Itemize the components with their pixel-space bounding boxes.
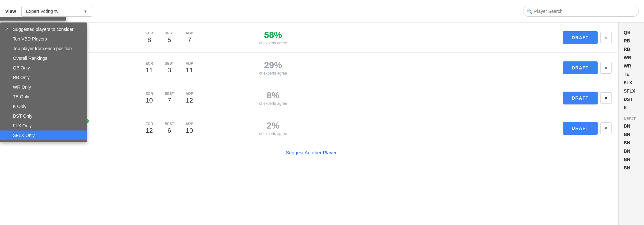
dismiss-button[interactable]: ✕: [600, 62, 612, 74]
stats-group: ECR8BEST5ADP7: [146, 31, 236, 44]
stat-value: 11: [186, 67, 193, 74]
bench-label: Bench: [624, 116, 639, 121]
dropdown-item-label: RB Only: [13, 75, 30, 80]
pct-label: of experts agree: [241, 41, 305, 45]
dropdown-item-label: FLX Only: [13, 123, 32, 128]
stat-item-adp: ADP12: [186, 92, 193, 104]
sidebar-bench-slot[interactable]: BN: [624, 139, 639, 146]
stat-label: BEST: [165, 92, 174, 95]
stat-value: 10: [146, 97, 153, 104]
sidebar-position-flx[interactable]: FLX: [624, 79, 639, 86]
stat-label: ECR: [146, 122, 153, 126]
stat-label: ADP: [186, 31, 193, 35]
pct-value: 58%: [241, 30, 305, 40]
sidebar-bench-slot[interactable]: BN: [624, 156, 639, 163]
stats-group: ECR12BEST6ADP10: [146, 122, 236, 134]
search-input[interactable]: [523, 6, 639, 17]
check-icon: ✓: [5, 27, 10, 32]
stat-item-best: BEST7: [165, 92, 174, 104]
player-row: Player 2📋WR - GB - BYE 11HIGH FLOOR WREC…: [0, 53, 618, 83]
stat-item-best: BEST3: [165, 61, 174, 74]
player-row: Michael Thomas📋⊕WR - NO - BYE 9HIGH FLOO…: [0, 113, 618, 143]
pct-label: of experts agree: [241, 71, 305, 76]
player-row: Player 1📋WR - DAL - BYE 8HIGH FLOOR WREC…: [0, 22, 618, 53]
stat-item-ecr: ECR11: [146, 61, 153, 74]
sidebar-position-k[interactable]: K: [624, 104, 639, 111]
pct-value: 29%: [241, 60, 305, 70]
sidebar-position-rb[interactable]: RB: [624, 46, 639, 53]
sidebar-position-dst[interactable]: DST: [624, 96, 639, 103]
right-sidebar: QBRBRBWRWRTEFLXSFLXDSTKBenchBNBNBNBNBNBN: [618, 22, 644, 225]
sidebar-position-qb[interactable]: QB: [624, 29, 639, 36]
stat-label: ECR: [146, 31, 153, 35]
stat-value: 11: [146, 67, 153, 74]
stat-value: 10: [186, 127, 193, 134]
dropdown-item-label: Overall Rankings: [13, 56, 47, 61]
sidebar-bench-slot[interactable]: BN: [624, 122, 639, 130]
main-content: Player 1📋WR - DAL - BYE 8HIGH FLOOR WREC…: [0, 22, 644, 225]
search-wrapper: 🔍: [523, 6, 639, 17]
action-group: DRAFT✕: [563, 122, 612, 135]
dropdown-item-wr-only[interactable]: WR Only: [0, 82, 87, 92]
dropdown-item-label: Top player from each position: [13, 46, 72, 51]
view-dropdown-wrapper: Expert Voting % ▼: [21, 6, 92, 17]
sidebar-position-wr[interactable]: WR: [624, 62, 639, 69]
stat-label: BEST: [165, 31, 174, 35]
dismiss-button[interactable]: ✕: [600, 122, 612, 134]
pct-label: of experts agree: [241, 131, 305, 136]
draft-button[interactable]: DRAFT: [563, 92, 598, 104]
pct-label: of experts agree: [241, 101, 305, 106]
stat-label: ECR: [146, 92, 153, 95]
expert-pct: 58%of experts agree: [241, 30, 305, 45]
stat-item-ecr: ECR12: [146, 122, 153, 134]
stat-value: 3: [167, 67, 171, 74]
expert-pct: 2%of experts agree: [241, 121, 305, 136]
suggest-another[interactable]: + Suggest Another Player: [0, 143, 618, 162]
dropdown-item-suggested[interactable]: ✓Suggested players to consider: [0, 24, 87, 34]
dropdown-item-label: TE Only: [13, 94, 29, 99]
stat-value: 5: [167, 36, 171, 44]
stat-value: 7: [167, 97, 171, 104]
player-list: Player 1📋WR - DAL - BYE 8HIGH FLOOR WREC…: [0, 22, 618, 225]
sidebar-position-sflx[interactable]: SFLX: [624, 87, 639, 94]
draft-button[interactable]: DRAFT: [563, 122, 598, 135]
dropdown-item-top-vbd[interactable]: Top VBD Players: [0, 34, 87, 44]
action-group: DRAFT✕: [563, 92, 612, 104]
dropdown-open-overlay: ✓Suggested players to considerTop VBD Pl…: [0, 22, 87, 142]
dropdown-item-qb-only[interactable]: QB Only: [0, 63, 87, 73]
dropdown-item-k-only[interactable]: K Only: [0, 102, 87, 111]
dismiss-button[interactable]: ✕: [600, 32, 612, 43]
view-dropdown-button[interactable]: Expert Voting % ▼: [21, 6, 92, 17]
draft-button[interactable]: DRAFT: [563, 31, 598, 44]
action-group: DRAFT✕: [563, 31, 612, 44]
stat-item-best: BEST5: [165, 31, 174, 44]
sidebar-position-te[interactable]: TE: [624, 71, 639, 78]
sidebar-bench-slot[interactable]: BN: [624, 164, 639, 171]
dropdown-item-flx-only[interactable]: FLX Only: [0, 121, 87, 130]
pct-value: 2%: [241, 121, 305, 131]
sidebar-position-rb[interactable]: RB: [624, 37, 639, 44]
dropdown-item-overall[interactable]: Overall Rankings: [0, 53, 87, 63]
search-icon: 🔍: [527, 9, 532, 14]
dropdown-item-dst-only[interactable]: DST Only: [0, 111, 87, 121]
view-label: View: [5, 8, 16, 14]
stat-label: BEST: [165, 61, 174, 65]
dropdown-item-te-only[interactable]: TE Only: [0, 92, 87, 102]
stat-value: 6: [167, 127, 171, 134]
dismiss-button[interactable]: ✕: [600, 92, 612, 104]
stats-group: ECR11BEST3ADP11: [146, 61, 236, 74]
dropdown-item-sflx-only[interactable]: SFLX Only: [0, 130, 87, 140]
stat-label: ECR: [146, 61, 153, 65]
dropdown-item-label: WR Only: [13, 85, 31, 90]
stat-item-adp: ADP7: [186, 31, 193, 44]
sidebar-bench-slot[interactable]: BN: [624, 148, 639, 155]
draft-button[interactable]: DRAFT: [563, 61, 598, 74]
dropdown-item-top-pos[interactable]: Top player from each position: [0, 44, 87, 53]
stat-label: BEST: [165, 122, 174, 126]
dropdown-item-rb-only[interactable]: RB Only: [0, 73, 87, 82]
dropdown-item-label: Top VBD Players: [13, 36, 47, 41]
sidebar-position-wr[interactable]: WR: [624, 54, 639, 61]
sidebar-bench-slot[interactable]: BN: [624, 131, 639, 138]
action-group: DRAFT✕: [563, 61, 612, 74]
stats-group: ECR10BEST7ADP12: [146, 92, 236, 104]
